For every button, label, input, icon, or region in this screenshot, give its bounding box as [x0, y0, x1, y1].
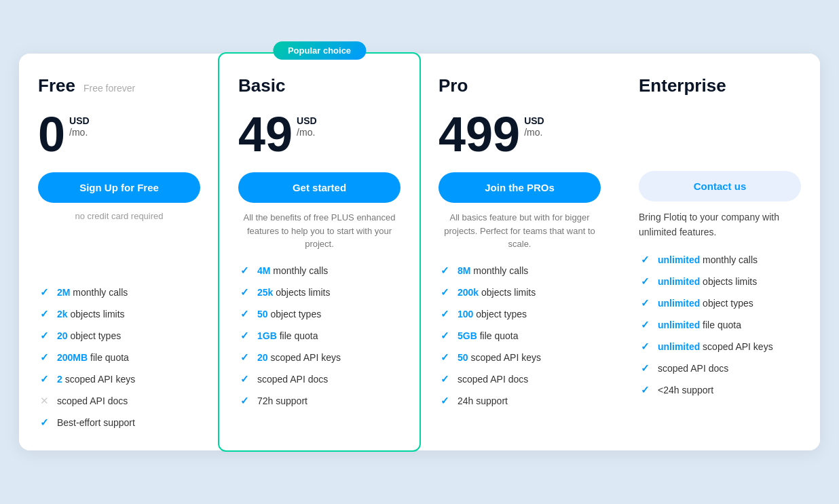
feature-label: 1GB file quota	[257, 330, 318, 341]
plan-title: Enterprise	[639, 75, 726, 96]
check-icon: ✓	[240, 286, 249, 298]
check-icon: ✓	[40, 416, 49, 429]
feature-highlight: 50	[458, 352, 468, 363]
feature-item: ✓ unlimited file quota	[639, 319, 801, 331]
feature-check: ✓	[639, 362, 651, 374]
feature-text: <24h support	[658, 385, 713, 395]
price-currency: USD	[297, 115, 317, 127]
check-icon: ✓	[441, 286, 449, 298]
feature-check: ✓	[439, 265, 451, 277]
plan-card-enterprise: EnterpriseContact usBring Flotiq to your…	[620, 54, 820, 450]
feature-label: 72h support	[257, 395, 307, 406]
check-icon: ✓	[441, 308, 449, 320]
price-currency: USD	[69, 115, 90, 127]
cta-button-pro[interactable]: Join the PROs	[439, 172, 601, 203]
price-row: 0 USD /mo.	[38, 110, 200, 159]
feature-highlight: 8M	[458, 265, 470, 276]
feature-item: ✓ 8M monthly calls	[439, 265, 601, 277]
features-list: ✓ 4M monthly calls ✓ 25k objects limits …	[238, 265, 400, 407]
feature-check: ✓	[639, 297, 651, 309]
feature-check: ✓	[639, 254, 651, 266]
plan-description: All basics feature but with for bigger p…	[439, 211, 601, 251]
popular-badge: Popular choice	[273, 41, 366, 60]
price-row: 499 USD /mo.	[439, 110, 601, 159]
price-row: 49 USD /mo.	[238, 110, 400, 159]
feature-label: unlimited object types	[658, 298, 753, 309]
feature-check: ✓	[639, 384, 651, 396]
feature-text: objects limits	[479, 287, 536, 298]
feature-text: object types	[473, 309, 527, 319]
check-icon: ✓	[240, 330, 249, 342]
feature-item: ✓ 20 object types	[38, 330, 200, 342]
feature-highlight: unlimited	[658, 254, 700, 265]
feature-check: ✕	[38, 395, 50, 407]
cta-button-free[interactable]: Sign Up for Free	[38, 172, 200, 203]
feature-item: ✓ 1GB file quota	[238, 330, 400, 342]
feature-text: monthly calls	[270, 265, 328, 276]
feature-item: ✓ 72h support	[238, 395, 400, 407]
feature-check: ✓	[439, 308, 451, 320]
feature-item: ✓ scoped API docs	[439, 373, 601, 385]
feature-check: ✓	[38, 330, 50, 342]
check-icon: ✓	[40, 373, 49, 385]
feature-item: ✓ 20 scoped API keys	[238, 351, 400, 364]
price-enterprise	[639, 110, 801, 157]
feature-check: ✓	[38, 416, 50, 429]
feature-text: monthly calls	[700, 254, 758, 265]
feature-highlight: 25k	[257, 287, 273, 298]
feature-label: 4M monthly calls	[257, 265, 328, 276]
price-period: /mo.	[297, 127, 317, 138]
feature-check: ✓	[639, 275, 651, 288]
feature-highlight: unlimited	[658, 276, 700, 287]
feature-highlight: unlimited	[658, 298, 700, 309]
feature-check: ✓	[639, 319, 651, 331]
feature-highlight: 2M	[57, 287, 70, 298]
features-list: ✓ 2M monthly calls ✓ 2k objects limits ✓…	[38, 286, 200, 429]
x-icon: ✕	[40, 395, 49, 407]
feature-item: ✓ 4M monthly calls	[238, 265, 400, 277]
feature-item: ✓ 24h support	[439, 395, 601, 407]
feature-item: ✓ unlimited objects limits	[639, 275, 801, 288]
feature-item: ✓ 200k objects limits	[439, 286, 601, 298]
feature-item: ✓ 100 object types	[439, 308, 601, 320]
feature-text: scoped API keys	[700, 341, 772, 352]
feature-text: Best-effort support	[57, 417, 135, 428]
check-icon: ✓	[641, 362, 650, 374]
feature-label: 50 object types	[257, 309, 321, 319]
plan-title: Basic	[238, 75, 285, 96]
cta-button-basic[interactable]: Get started	[238, 172, 400, 203]
feature-text: objects limits	[700, 276, 757, 287]
feature-text: scoped API keys	[468, 352, 541, 363]
feature-highlight: 4M	[257, 265, 270, 276]
feature-label: Best-effort support	[57, 417, 135, 428]
feature-text: scoped API docs	[57, 395, 128, 406]
feature-text: objects limits	[273, 287, 330, 298]
feature-check: ✓	[38, 351, 50, 364]
check-icon: ✓	[441, 330, 449, 342]
check-icon: ✓	[641, 254, 650, 266]
price-details: USD /mo.	[69, 110, 90, 138]
feature-text: object types	[700, 298, 753, 309]
feature-text: 72h support	[257, 395, 307, 406]
plan-card-free: FreeFree forever 0 USD /mo. Sign Up for …	[19, 54, 219, 450]
feature-item: ✕ scoped API docs	[38, 395, 200, 407]
plan-card-basic: Popular choiceBasic 49 USD /mo. Get star…	[218, 52, 421, 452]
plan-description: All the benefits of free PLUS enhanced f…	[238, 211, 400, 251]
feature-highlight: 20	[57, 330, 68, 341]
features-list: ✓ unlimited monthly calls ✓ unlimited ob…	[639, 254, 801, 396]
feature-text: scoped API keys	[268, 352, 341, 363]
feature-check: ✓	[238, 308, 250, 320]
cta-note: no credit card required	[38, 211, 200, 221]
feature-item: ✓ 2 scoped API keys	[38, 373, 200, 385]
check-icon: ✓	[641, 341, 650, 353]
feature-text: scoped API keys	[62, 374, 135, 385]
feature-highlight: 100	[458, 309, 473, 319]
price-amount: 49	[238, 110, 293, 159]
feature-label: 2 scoped API keys	[57, 374, 135, 385]
check-icon: ✓	[240, 351, 249, 364]
feature-highlight: 2k	[57, 309, 68, 319]
cta-button-enterprise[interactable]: Contact us	[639, 171, 801, 201]
price-currency: USD	[524, 115, 544, 127]
price-amount: 499	[439, 110, 520, 159]
feature-item: ✓ 2M monthly calls	[38, 286, 200, 298]
